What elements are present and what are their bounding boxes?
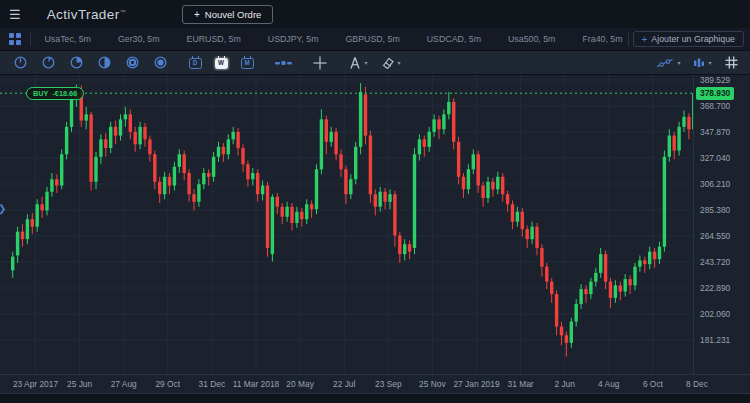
tab-fra40-5m[interactable]: Fra40, 5m	[569, 28, 628, 50]
candle-body	[638, 260, 641, 266]
timeframe-daily-button[interactable]: D	[182, 51, 208, 74]
chevron-down-icon: ▾	[398, 59, 401, 66]
timeframe-4hour-button[interactable]	[146, 51, 174, 74]
candle-body	[359, 92, 362, 147]
chart-toolbar: D W M	[0, 50, 750, 74]
tab-gbpusd-5m[interactable]: GBPUSD, 5m	[332, 28, 413, 50]
price-tick-label: 264.550	[700, 231, 730, 241]
candle-body	[521, 212, 524, 229]
grid-settings-button[interactable]	[718, 51, 744, 74]
timeframe-30min-button[interactable]	[90, 51, 118, 74]
candle-body	[530, 227, 533, 239]
candle-body	[134, 132, 137, 144]
timeframe-1min-button[interactable]	[6, 51, 34, 74]
candle-body	[271, 197, 274, 254]
crosshair-button[interactable]	[306, 51, 333, 74]
buy-position-badge[interactable]: BUY -€18.66	[26, 87, 84, 100]
app-logo: ActivTrader™	[47, 7, 126, 22]
candle-body	[506, 194, 509, 204]
tab-eurusd-5m[interactable]: EURUSD, 5m	[173, 28, 254, 50]
time-axis[interactable]: 23 Apr 201725 Jun27 Aug29 Oct31 Dec11 Ma…	[0, 374, 750, 393]
clock-1min-icon	[13, 55, 28, 70]
tab-usdjpy-5m[interactable]: USDJPY, 5m	[254, 28, 332, 50]
candle-body	[334, 132, 337, 154]
tick-chart-button[interactable]	[268, 51, 298, 74]
candle-body	[432, 119, 435, 131]
candle-body	[418, 139, 421, 154]
time-tick-label: 31 Dec	[199, 379, 226, 389]
clock-4hour-icon	[153, 55, 168, 70]
tab-ger30-5m[interactable]: Ger30, 5m	[104, 28, 173, 50]
price-tick-label: 222.890	[700, 283, 730, 293]
expand-panel-icon[interactable]: ❯	[0, 203, 6, 214]
candle-body	[501, 177, 504, 194]
candle-body	[281, 207, 284, 217]
timeframe-15min-button[interactable]	[62, 51, 90, 74]
clock-30min-icon	[97, 55, 112, 70]
candle-body	[26, 219, 29, 239]
candle-body	[70, 98, 73, 127]
candle-body	[594, 273, 597, 282]
candle-body	[462, 177, 465, 189]
timeframe-weekly-button[interactable]: W	[208, 51, 234, 74]
candle-body	[207, 173, 210, 177]
candle-body	[227, 139, 230, 154]
candle-body	[50, 179, 53, 191]
candle-body	[677, 127, 680, 151]
tab-usa500-5m[interactable]: Usa500, 5m	[495, 28, 569, 50]
menu-icon[interactable]: ☰	[9, 8, 21, 21]
candle-body	[315, 169, 318, 209]
candle-body	[658, 247, 661, 259]
candle-body	[604, 254, 607, 281]
candle-body	[202, 173, 205, 184]
tab-usatec-5m[interactable]: UsaTec, 5m	[31, 28, 104, 50]
add-chart-button[interactable]: + Ajouter un Graphique	[633, 31, 744, 47]
crosshair-icon	[313, 56, 327, 70]
clock-15min-icon	[69, 55, 84, 70]
grid-squares-icon	[9, 33, 21, 45]
candle-body	[99, 139, 102, 156]
chart-canvas[interactable]	[0, 75, 693, 375]
chart-type-button[interactable]: ▾	[687, 51, 718, 74]
candle-body	[246, 164, 249, 179]
chart-layout-grid-icon[interactable]	[0, 28, 30, 50]
divider	[628, 32, 629, 46]
candle-body	[21, 232, 24, 239]
timeframe-1hour-button[interactable]	[118, 51, 146, 74]
candle-body	[173, 167, 176, 186]
candle-body	[330, 132, 333, 142]
chevron-down-icon: ▾	[708, 59, 711, 66]
eraser-button[interactable]: ▾	[374, 51, 407, 74]
candle-body	[599, 254, 602, 273]
candle-body	[643, 260, 646, 264]
candle-body	[560, 327, 563, 336]
timeframe-5min-button[interactable]	[34, 51, 62, 74]
new-order-button[interactable]: + Nouvel Ordre	[182, 5, 273, 24]
time-tick-label: 6 Oct	[643, 379, 663, 389]
time-tick-label: 20 May	[286, 379, 313, 389]
candle-body	[256, 173, 259, 194]
candle-body	[535, 227, 538, 248]
candle-body	[290, 207, 293, 223]
drawing-tools-button[interactable]: ▾	[341, 51, 374, 74]
candle-body	[285, 207, 288, 217]
candle-body	[241, 148, 244, 164]
candle-body	[178, 154, 181, 166]
candle-body	[452, 102, 455, 142]
indicators-button[interactable]: ▾	[650, 51, 687, 74]
candle-body	[467, 169, 470, 189]
current-price-label: 378.930	[696, 87, 734, 100]
time-tick-label: 27 Jan 2019	[453, 379, 499, 389]
candle-body	[570, 322, 573, 343]
price-axis[interactable]: 389.529368.700347.870327.040306.210285.3…	[693, 75, 750, 375]
candle-body	[628, 279, 631, 285]
candle-body	[369, 136, 372, 195]
candle-body	[619, 285, 622, 291]
candlestick-chart[interactable]: BUY -€18.66 ❯	[0, 75, 693, 375]
time-tick-label: 23 Apr 2017	[13, 379, 58, 389]
candle-body	[516, 212, 519, 222]
plus-icon: +	[194, 9, 200, 20]
candle-body	[511, 204, 514, 221]
tab-usdcad-5m[interactable]: USDCAD, 5m	[413, 28, 494, 50]
timeframe-monthly-button[interactable]: M	[234, 51, 260, 74]
